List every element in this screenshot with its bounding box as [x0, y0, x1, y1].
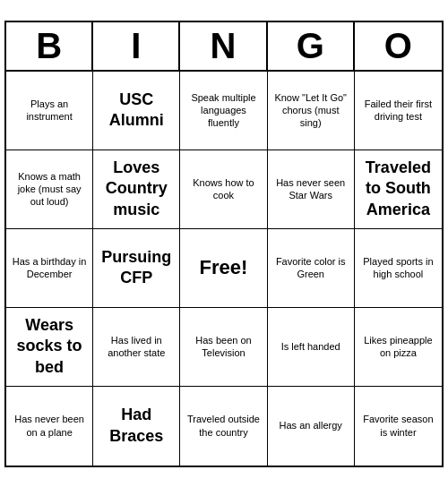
- bingo-cell-1[interactable]: USC Alumni: [93, 72, 180, 150]
- bingo-cell-8[interactable]: Has never seen Star Wars: [268, 150, 355, 229]
- bingo-cell-16[interactable]: Has lived in another state: [93, 308, 180, 387]
- bingo-cell-3[interactable]: Know "Let It Go" chorus (must sing): [268, 72, 355, 150]
- header-letter-I: I: [93, 22, 180, 70]
- bingo-cell-22[interactable]: Traveled outside the country: [180, 387, 267, 466]
- header-letter-N: N: [180, 22, 267, 70]
- bingo-cell-18[interactable]: Is left handed: [268, 308, 355, 387]
- bingo-cell-24[interactable]: Favorite season is winter: [355, 387, 442, 466]
- bingo-cell-4[interactable]: Failed their first driving test: [355, 72, 442, 150]
- header-letter-B: B: [6, 22, 93, 70]
- bingo-cell-15[interactable]: Wears socks to bed: [6, 308, 93, 387]
- bingo-cell-20[interactable]: Has never been on a plane: [6, 387, 93, 466]
- bingo-cell-19[interactable]: Likes pineapple on pizza: [355, 308, 442, 387]
- bingo-grid: Plays an instrumentUSC AlumniSpeak multi…: [6, 72, 442, 466]
- bingo-cell-7[interactable]: Knows how to cook: [180, 150, 267, 229]
- header-letter-O: O: [355, 22, 442, 70]
- bingo-cell-21[interactable]: Had Braces: [93, 387, 180, 466]
- bingo-cell-5[interactable]: Knows a math joke (must say out loud): [6, 150, 93, 229]
- bingo-cell-10[interactable]: Has a birthday in December: [6, 229, 93, 308]
- bingo-cell-9[interactable]: Traveled to South America: [355, 150, 442, 229]
- bingo-cell-12[interactable]: Free!: [180, 229, 267, 308]
- bingo-cell-6[interactable]: Loves Country music: [93, 150, 180, 229]
- bingo-cell-0[interactable]: Plays an instrument: [6, 72, 93, 150]
- bingo-cell-17[interactable]: Has been on Television: [180, 308, 267, 387]
- bingo-cell-11[interactable]: Pursuing CFP: [93, 229, 180, 308]
- bingo-cell-2[interactable]: Speak multiple languages fluently: [180, 72, 267, 150]
- bingo-card: BINGO Plays an instrumentUSC AlumniSpeak…: [4, 21, 444, 467]
- bingo-cell-23[interactable]: Has an allergy: [268, 387, 355, 466]
- bingo-cell-13[interactable]: Favorite color is Green: [268, 229, 355, 308]
- header-letter-G: G: [268, 22, 355, 70]
- bingo-header: BINGO: [6, 22, 442, 72]
- bingo-cell-14[interactable]: Played sports in high school: [355, 229, 442, 308]
